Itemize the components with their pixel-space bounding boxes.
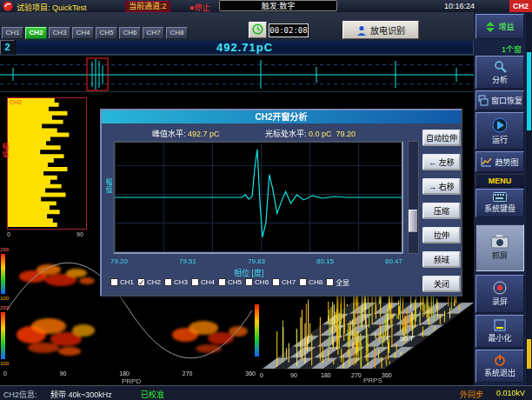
minimize-button[interactable]: 最小化 xyxy=(475,315,524,348)
calibration-status: 已校准 xyxy=(141,389,164,400)
channel-tab-ch1[interactable]: CH1 xyxy=(2,27,23,39)
histogram-channel-label: CH2 xyxy=(10,99,22,105)
checkbox-ch1[interactable]: CH1 xyxy=(110,277,134,287)
prpd-cluster xyxy=(28,343,59,353)
channel-tab-ch5[interactable]: CH5 xyxy=(96,27,117,39)
channel-checkboxes: CH1✓CH2CH3CH4CH5CH6CH7CH8全显 xyxy=(110,277,415,287)
trend-label: 趋势图 xyxy=(495,157,518,168)
compress-button[interactable]: 压缩 xyxy=(422,203,461,219)
record-button[interactable]: 录屏 xyxy=(475,275,524,313)
checkbox-box[interactable] xyxy=(245,278,253,286)
pulse-overview-strip[interactable] xyxy=(0,55,474,92)
prps-period-annotation: 50 T xyxy=(400,335,414,343)
stretch-button[interactable]: 拉伸 xyxy=(422,227,461,243)
cursor-level: 光标处水平: 0.0 pC 79.20 xyxy=(265,128,356,139)
analysis-label: 分析 xyxy=(492,74,508,85)
checkbox-ch7[interactable]: CH7 xyxy=(272,277,296,287)
run-button[interactable]: 运行 xyxy=(475,112,524,150)
trigger-mode[interactable]: 触发:数字 xyxy=(219,0,337,11)
pulse-plot[interactable] xyxy=(113,141,403,254)
dialog-y-axis-label: 幅值 xyxy=(103,178,113,194)
timer-button[interactable] xyxy=(249,22,267,38)
dialog-title-bar[interactable]: CH2开窗分析 xyxy=(102,110,461,123)
side-scrollbar[interactable] xyxy=(526,12,532,385)
close-button[interactable]: 关闭 xyxy=(422,276,461,292)
system-keyboard-button[interactable]: 系统键盘 xyxy=(475,189,524,217)
discharge-recognition-label: 放电识别 xyxy=(370,23,405,37)
system-exit-button[interactable]: 系统退出 xyxy=(475,350,524,383)
checkbox-ch6[interactable]: CH6 xyxy=(245,277,269,287)
elapsed-timer: 00:02:08 xyxy=(269,23,309,37)
prps-x-tick: 360 xyxy=(382,372,392,378)
scrollbar-thumb[interactable] xyxy=(409,210,417,232)
checkbox-label: CH8 xyxy=(309,278,323,286)
checkbox-ch3[interactable]: CH3 xyxy=(164,277,188,287)
checkbox-box[interactable] xyxy=(299,278,307,286)
checkbox-ch4[interactable]: CH4 xyxy=(191,277,215,287)
trend-chart-icon xyxy=(481,157,492,167)
sidebar: 增益 1个窗 分析 窗口恢复 运行 趋势图 MENU 系统键盘 抓屏 录屏 最小… xyxy=(474,12,532,385)
prpd-cluster xyxy=(31,318,66,334)
pulse-x-tick: 79.20 xyxy=(110,257,128,265)
checkbox-label: CH6 xyxy=(255,278,269,286)
channel-tab-ch8[interactable]: CH8 xyxy=(166,27,188,39)
side-scrollbar-thumb[interactable] xyxy=(527,52,531,130)
histogram-bars xyxy=(8,98,69,227)
plot-scrollbar[interactable] xyxy=(408,141,419,254)
hist-x-tick: 0 xyxy=(7,231,10,237)
keyboard-icon xyxy=(493,192,507,202)
checkbox-box[interactable] xyxy=(191,278,199,286)
prpd-x-tick: 90 xyxy=(60,370,67,377)
checkbox-box[interactable] xyxy=(218,278,226,286)
pd-value: 492.71pC xyxy=(216,41,273,54)
window-restore-label: 窗口恢复 xyxy=(491,95,522,106)
checkbox-label: CH3 xyxy=(174,278,188,286)
analysis-button[interactable]: 分析 xyxy=(475,56,524,89)
channel-tab-ch2[interactable]: CH2 xyxy=(25,27,47,39)
prps-label: PRPS xyxy=(363,377,382,384)
checkbox-box[interactable]: ✓ xyxy=(137,278,145,286)
auto-stretch-button[interactable]: 自动拉伸 xyxy=(422,130,461,146)
system-exit-label: 系统退出 xyxy=(484,367,515,378)
trend-button[interactable]: 趋势图 xyxy=(475,151,524,172)
checkbox-box[interactable] xyxy=(164,278,172,286)
checkbox-box[interactable] xyxy=(110,278,118,286)
hist-x-tick: 90 xyxy=(76,231,83,237)
gain-button[interactable]: 增益 xyxy=(475,14,524,39)
prpd-colorbar xyxy=(1,312,5,359)
run-icon xyxy=(492,117,508,133)
power-exit-icon xyxy=(494,354,506,366)
channel-tab-ch7[interactable]: CH7 xyxy=(143,27,164,39)
overview-waveform xyxy=(0,59,474,90)
channel-tab-ch4[interactable]: CH4 xyxy=(72,27,94,39)
move-right-button[interactable]: → 右移 xyxy=(422,178,461,195)
checkbox-ch5[interactable]: CH5 xyxy=(218,277,242,287)
channel-tab-ch3[interactable]: CH3 xyxy=(49,27,70,39)
gain-icon xyxy=(485,22,495,32)
checkbox-box[interactable] xyxy=(272,278,280,286)
checkbox-ch8[interactable]: CH8 xyxy=(299,277,323,287)
screenshot-button[interactable]: 抓屏 xyxy=(475,224,524,271)
cursor-level-label: 光标处水平: xyxy=(265,130,307,138)
brand-logo xyxy=(3,1,13,11)
discharge-recognition-button[interactable]: 放电识别 xyxy=(342,21,419,39)
menu-button[interactable]: MENU xyxy=(475,174,524,187)
prpd-label: PRPD xyxy=(122,377,141,385)
window-restore-button[interactable]: 窗口恢复 xyxy=(475,90,524,110)
person-icon xyxy=(356,25,367,36)
pulse-waveform xyxy=(115,150,402,237)
checkbox-全显[interactable]: 全显 xyxy=(326,277,349,287)
sync-voltage: 0.010kV xyxy=(496,389,525,397)
checkbox-ch2[interactable]: ✓CH2 xyxy=(137,277,161,287)
checkbox-label: CH5 xyxy=(228,278,242,286)
frequency-domain-button[interactable]: 频域 xyxy=(422,251,461,268)
checkbox-box[interactable] xyxy=(326,278,334,286)
channel-tabs: CH1CH2CH3CH4CH5CH6CH7CH8 xyxy=(2,27,188,39)
toolbar: CH1CH2CH3CH4CH5CH6CH7CH8 00:02:08 放电识别 xyxy=(0,12,474,40)
move-left-button[interactable]: ← 左移 xyxy=(422,154,461,170)
system-keyboard-label: 系统键盘 xyxy=(484,203,515,214)
menu-label: MENU xyxy=(489,177,512,185)
peak-level-value: 492.7 pC xyxy=(188,130,220,138)
magnifier-icon xyxy=(494,60,507,73)
channel-tab-ch6[interactable]: CH6 xyxy=(119,27,141,39)
